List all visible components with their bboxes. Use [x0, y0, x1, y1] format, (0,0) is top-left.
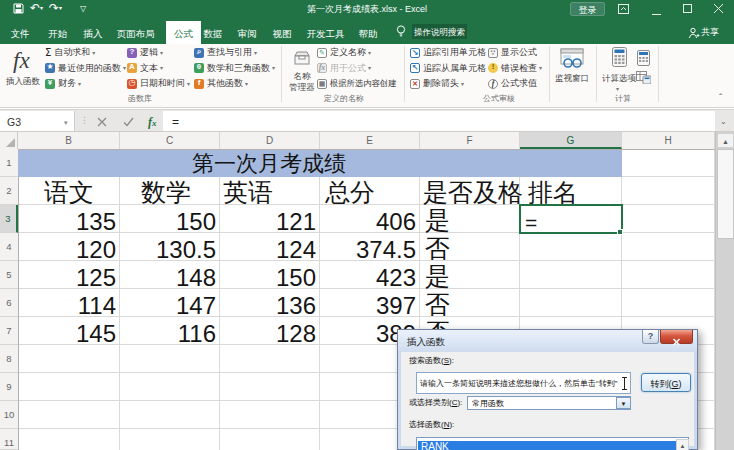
- function-list[interactable]: RANK ▲: [416, 437, 689, 450]
- tab-页面布局[interactable]: 页面布局: [109, 24, 163, 44]
- ribbon-button-其他函数[interactable]: f其他函数▾: [194, 77, 248, 90]
- share-button[interactable]: 共享: [701, 28, 719, 37]
- tab-插入[interactable]: 插入: [76, 24, 111, 44]
- cell[interactable]: 406: [322, 210, 416, 234]
- tab-开始[interactable]: 开始: [40, 24, 75, 44]
- insert-function-button[interactable]: fx 插入函数: [2, 45, 44, 105]
- cell[interactable]: 136: [222, 294, 316, 318]
- ribbon-button-自动求和[interactable]: Σ自动求和▾: [45, 46, 95, 59]
- row-header-11[interactable]: 11: [0, 429, 18, 450]
- ribbon-button-显示公式[interactable]: ∵显示公式: [488, 46, 537, 59]
- cell[interactable]: 147: [122, 294, 216, 318]
- cell[interactable]: 否: [425, 236, 450, 261]
- cell[interactable]: 120: [20, 238, 116, 262]
- cell[interactable]: 397: [322, 294, 416, 318]
- row-header-10[interactable]: 10: [0, 401, 18, 429]
- ribbon-button-公式求值[interactable]: f公式求值: [488, 77, 537, 90]
- ribbon-display-options-icon[interactable]: [618, 4, 629, 16]
- row-header-9[interactable]: 9: [0, 373, 18, 401]
- watch-window-button[interactable]: 监视窗口: [551, 45, 593, 105]
- scroll-up-icon[interactable]: ▲: [717, 133, 734, 148]
- tell-me-bulb-icon[interactable]: [396, 25, 406, 41]
- row-header-1[interactable]: 1: [0, 149, 18, 177]
- ribbon-button-财务[interactable]: ¥财务▾: [45, 77, 81, 90]
- go-button[interactable]: 转到(G): [641, 373, 691, 392]
- cell[interactable]: 是: [425, 264, 450, 289]
- row-header-2[interactable]: 2: [0, 177, 18, 205]
- column-header-D[interactable]: D: [220, 132, 320, 149]
- dropdown-arrow-icon[interactable]: ▼: [616, 397, 631, 409]
- tab-帮助[interactable]: 帮助: [351, 24, 386, 44]
- function-search-input[interactable]: 请输入一条简短说明来描述您想做什么，然后单击“转到”: [416, 372, 631, 394]
- ribbon-button-文本[interactable]: A文本▾: [127, 62, 163, 75]
- cell[interactable]: 423: [322, 266, 416, 290]
- merged-title-cell[interactable]: 第一次月考成绩: [18, 150, 622, 177]
- column-header-G[interactable]: G: [520, 132, 622, 149]
- ribbon-button-根据所选内容创建[interactable]: ▦根据所选内容创建: [317, 77, 396, 90]
- cell[interactable]: 374.5: [322, 238, 416, 262]
- cell[interactable]: 否: [425, 292, 450, 317]
- share-person-icon[interactable]: [688, 27, 700, 41]
- ribbon-button-查找与引用[interactable]: ⌕查找与引用▾: [194, 46, 257, 59]
- ribbon-button-定义名称[interactable]: ✎定义名称▾: [317, 46, 371, 59]
- cell[interactable]: 排名: [528, 180, 578, 205]
- cell[interactable]: 128: [222, 322, 316, 346]
- dialog-close-icon[interactable]: [660, 330, 693, 344]
- calculate-sheet-icon[interactable]: [636, 71, 651, 84]
- ribbon-button-追踪从属单元格[interactable]: ↖追踪从属单元格: [410, 62, 486, 75]
- sign-in-button[interactable]: 登录: [570, 2, 605, 16]
- enter-icon[interactable]: [123, 117, 134, 129]
- ribbon-button-数学和三角函数[interactable]: θ数学和三角函数▾: [194, 62, 275, 75]
- column-header-E[interactable]: E: [320, 132, 420, 149]
- column-header-H[interactable]: H: [622, 132, 715, 149]
- row-header-5[interactable]: 5: [0, 261, 18, 289]
- row-header-6[interactable]: 6: [0, 289, 18, 317]
- formula-input[interactable]: =: [163, 111, 715, 131]
- row-header-7[interactable]: 7: [0, 317, 18, 345]
- dialog-help-button[interactable]: ?: [642, 330, 659, 344]
- cell[interactable]: 英语: [223, 180, 273, 205]
- cell[interactable]: 总分: [325, 180, 375, 205]
- row-header-3[interactable]: 3: [0, 205, 18, 233]
- cell[interactable]: 145: [20, 322, 116, 346]
- fill-handle[interactable]: [617, 229, 623, 235]
- category-dropdown[interactable]: 常用函数 ▼: [467, 396, 631, 410]
- cell[interactable]: 数学: [141, 180, 191, 205]
- ribbon-button-追踪引用单元格[interactable]: ↘追踪引用单元格: [410, 46, 486, 59]
- list-scroll-up-icon[interactable]: ▲: [676, 439, 689, 450]
- minimize-button[interactable]: [652, 8, 662, 18]
- column-header-F[interactable]: F: [420, 132, 520, 149]
- collapse-ribbon-icon[interactable]: ˆ: [719, 94, 722, 104]
- cell[interactable]: 125: [20, 266, 116, 290]
- tab-审阅[interactable]: 审阅: [230, 24, 265, 44]
- name-box-dropdown-icon[interactable]: ▾: [64, 119, 68, 126]
- cell[interactable]: 130.5: [122, 238, 216, 262]
- function-list-item-selected[interactable]: RANK: [418, 441, 676, 450]
- select-all-corner[interactable]: [0, 132, 18, 149]
- ribbon-button-逻辑[interactable]: ?逻辑▾: [127, 46, 163, 59]
- ribbon-button-删除箭头[interactable]: ⨯删除箭头▾: [410, 77, 464, 90]
- cell[interactable]: 150: [222, 266, 316, 290]
- ribbon-button-用于公式[interactable]: fx用于公式▾: [317, 62, 371, 75]
- tab-开发工具[interactable]: 开发工具: [299, 24, 353, 44]
- ribbon-button-错误检查[interactable]: !错误检查▾: [488, 62, 542, 75]
- tab-视图[interactable]: 视图: [265, 24, 300, 44]
- tell-me-search-input[interactable]: 操作说明搜索: [412, 24, 467, 39]
- cell[interactable]: 是否及格: [423, 180, 523, 205]
- maximize-button[interactable]: [683, 4, 692, 15]
- insert-function-fx-icon[interactable]: fx: [148, 116, 157, 128]
- tab-文件[interactable]: 文件: [3, 24, 38, 44]
- row-header-8[interactable]: 8: [0, 345, 18, 373]
- row-header-4[interactable]: 4: [0, 233, 18, 261]
- cancel-icon[interactable]: [97, 117, 107, 129]
- tab-数据[interactable]: 数据: [196, 24, 231, 44]
- cell[interactable]: 124: [222, 238, 316, 262]
- cell[interactable]: 135: [20, 210, 116, 234]
- scrollbar-thumb[interactable]: [717, 149, 734, 239]
- close-button[interactable]: [714, 4, 723, 15]
- expand-formula-bar-icon[interactable]: ⌄: [720, 118, 727, 126]
- calculate-now-icon[interactable]: [637, 50, 650, 66]
- ribbon-button-日期和时间[interactable]: ◷日期和时间▾: [127, 77, 190, 90]
- cell[interactable]: 是: [425, 208, 450, 233]
- cell[interactable]: 114: [20, 294, 116, 318]
